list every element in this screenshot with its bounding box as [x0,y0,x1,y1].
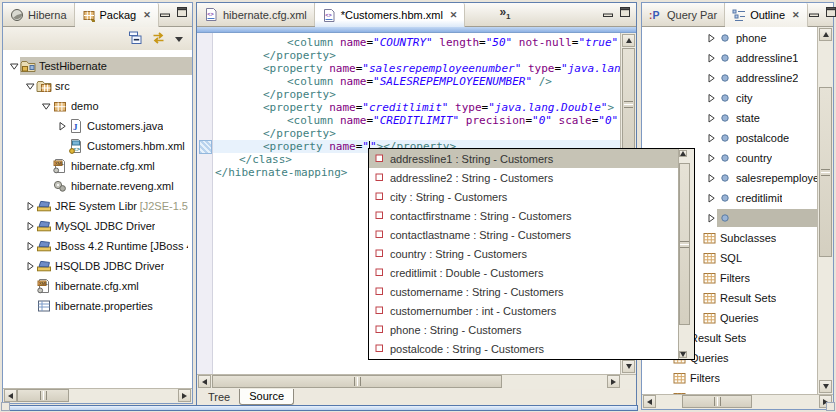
expand-arrow-icon[interactable] [23,221,36,231]
scroll-thumb[interactable] [679,163,690,325]
scroll-up-button[interactable] [679,150,687,157]
scroll-down-button[interactable] [819,380,832,393]
completion-item[interactable]: customername : String - Customers [369,282,694,301]
outline-item-label: Queries [720,312,759,324]
tree-item[interactable]: JCustomers.java [3,116,192,136]
expand-arrow-icon[interactable] [704,193,717,203]
tree-item[interactable]: hibernate.reveng.xml [3,176,192,196]
outline-item[interactable]: postalcode [642,128,833,148]
scroll-left-button[interactable] [643,395,656,408]
xml-doc-icon: <> [204,7,219,22]
completion-item[interactable]: country : String - Customers [369,244,694,263]
expand-arrow-icon[interactable] [23,81,36,91]
tree-item[interactable]: XMLhibernate.cfg.xml [3,276,192,296]
editor-tab[interactable]: <>hibernate.cfg.xml [197,3,315,26]
tree-item[interactable]: MySQL JDBC Driver [3,216,192,236]
editor-gutter[interactable] [197,33,213,374]
outline-hscrollbar[interactable] [642,394,833,409]
expand-arrow-icon[interactable] [23,261,36,271]
outline-item[interactable]: addressline2 [642,68,833,88]
maximize-button[interactable] [825,6,836,18]
scroll-up-button[interactable] [819,28,832,41]
scroll-thumb[interactable] [819,87,832,257]
completion-item[interactable]: postalcode : String - Customers [369,339,694,358]
expand-arrow-icon[interactable] [704,53,717,63]
left-view-tab[interactable]: Packag✕ [75,3,159,27]
tree-item[interactable]: <>Customers.hbm.xml [3,136,192,156]
scroll-thumb[interactable] [682,395,752,408]
scroll-thumb[interactable] [17,389,69,402]
right-view-tab[interactable]: Outline✕ [725,3,807,27]
maximize-button[interactable] [176,6,189,18]
close-tab-icon[interactable]: ✕ [140,10,151,20]
completion-item[interactable]: contactfirstname : String - Customers [369,206,694,225]
tree-item[interactable]: HSQLDB JDBC Driver [3,256,192,276]
completion-item[interactable]: addressline1 : String - Customers [369,149,694,168]
scroll-thumb[interactable] [622,48,635,160]
scroll-down-button[interactable] [679,351,687,358]
expand-arrow-icon[interactable] [704,133,717,143]
more-editors-chevron[interactable]: »1 [499,3,510,26]
scroll-left-button[interactable] [198,375,211,388]
tree-item[interactable]: TestHibernate [3,56,192,76]
toolbar-collapse-all-button[interactable] [128,30,143,47]
tree-item[interactable]: XMLhibernate.cfg.xml [3,156,192,176]
completion-item[interactable]: addressline2 : String - Customers [369,168,694,187]
expand-arrow-icon[interactable] [39,101,52,111]
expand-arrow-icon[interactable] [704,153,717,163]
minimize-button[interactable] [159,6,172,18]
close-tab-icon[interactable]: ✕ [789,10,800,20]
completion-item[interactable]: customernumber : int - Customers [369,301,694,320]
content-assist-popup[interactable]: addressline1 : String - Customersaddress… [368,148,695,360]
expand-arrow-icon[interactable] [704,113,717,123]
scroll-up-button[interactable] [622,34,635,47]
completion-item[interactable]: contactlastname : String - Customers [369,225,694,244]
scroll-thumb[interactable] [212,375,502,388]
expand-arrow-icon[interactable] [704,93,717,103]
scroll-right-button[interactable] [178,389,191,402]
completion-item[interactable]: city : String - Customers [369,187,694,206]
left-view-tab[interactable]: Hiberna [3,3,75,26]
tree-item[interactable]: src [3,76,192,96]
expand-arrow-icon[interactable] [704,33,717,43]
completion-item[interactable]: phone : String - Customers [369,320,694,339]
close-tab-icon[interactable]: ✕ [447,10,458,20]
outline-item[interactable]: state [642,108,833,128]
package-explorer-hscrollbar[interactable] [3,388,192,403]
expand-arrow-icon[interactable] [23,241,36,251]
package-explorer-tree[interactable]: TestHibernatesrcdemoJCustomers.java<>Cus… [3,50,192,388]
right-view-tab[interactable]: :PQuery Par [642,3,725,26]
maximize-button[interactable] [618,6,631,18]
minimize-button[interactable] [601,6,614,18]
expand-arrow-icon[interactable] [7,61,20,71]
expand-arrow-icon[interactable] [704,73,717,83]
table-grid-icon [671,372,687,385]
minimize-button[interactable] [808,6,821,18]
popup-vscrollbar[interactable] [678,149,694,359]
tree-item[interactable]: hibernate.properties [3,296,192,316]
tree-item[interactable]: JRE System Library[J2SE-1.5 [3,196,192,216]
java-file-icon: J [68,118,84,134]
scroll-right-button[interactable] [607,375,620,388]
editor-page-tab-tree[interactable]: Tree [199,389,239,405]
expand-arrow-icon[interactable] [23,201,36,211]
editor-hscrollbar[interactable] [197,374,621,389]
outline-item[interactable]: city [642,88,833,108]
scroll-left-button[interactable] [4,389,17,402]
expand-arrow-icon[interactable] [704,213,717,223]
tree-item[interactable]: demo [3,96,192,116]
expand-arrow-icon[interactable] [704,173,717,183]
completion-item[interactable]: creditlimit : Double - Customers [369,263,694,282]
scroll-down-button[interactable] [622,360,635,373]
outline-item[interactable]: phone [642,28,833,48]
expand-arrow-icon[interactable] [55,121,68,131]
editor-tab[interactable]: <>*Customers.hbm.xml✕ [315,3,466,27]
outline-vscrollbar[interactable] [817,27,833,394]
outline-item[interactable]: addressline1 [642,48,833,68]
tree-item[interactable]: JBoss 4.2 Runtime [JBoss 4.2 [3,236,192,256]
editor-page-tab-source[interactable]: Source [239,388,294,405]
outline-item[interactable]: Filters [642,368,833,388]
toolbar-view-menu-button[interactable] [174,33,184,45]
outline-item-label: city [736,92,753,104]
toolbar-link-with-editor-button[interactable] [151,30,166,48]
